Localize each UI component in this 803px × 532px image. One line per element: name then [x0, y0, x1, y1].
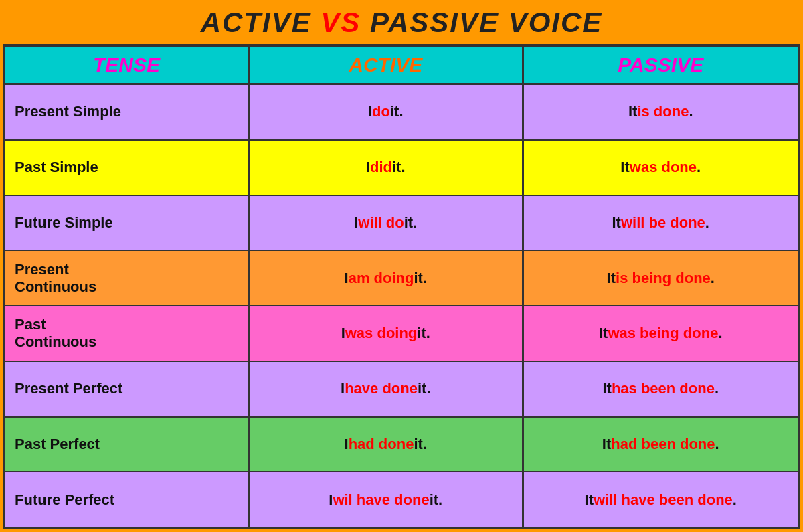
cell-tense-3: PresentContinuous: [5, 251, 250, 305]
title-bar: ACTIVE VS PASSIVE VOICE: [0, 0, 803, 44]
cell-active-0: I do it.: [250, 85, 524, 139]
cell-tense-2: Future Simple: [5, 196, 250, 250]
cell-passive-7: It will have been done.: [524, 472, 798, 527]
cell-tense-7: Future Perfect: [5, 472, 250, 527]
cell-active-1: I did it.: [250, 141, 524, 195]
cell-active-4: I was doing it.: [250, 306, 524, 361]
table-body: Present Simple I do it. It is done. Past…: [5, 85, 798, 527]
cell-passive-6: It had been done.: [524, 418, 798, 472]
title-part2: PASSIVE VOICE: [361, 7, 602, 38]
table-row: Future Simple I will do it. It will be d…: [5, 196, 798, 252]
title-part1: ACTIVE: [201, 7, 321, 38]
header-tense: TENSE: [5, 47, 250, 83]
table-row: Future Perfect I wil have done it. It wi…: [5, 472, 798, 527]
table-row: PresentContinuous I am doing it. It is b…: [5, 251, 798, 306]
page-title: ACTIVE VS PASSIVE VOICE: [0, 7, 803, 39]
table-row: PastContinuous I was doing it. It was be…: [5, 306, 798, 362]
cell-tense-0: Present Simple: [5, 85, 250, 139]
cell-active-3: I am doing it.: [250, 251, 524, 305]
table-row: Past Simple I did it. It was done.: [5, 141, 798, 196]
header-active: ACTIVE: [250, 47, 524, 83]
page-wrapper: ACTIVE VS PASSIVE VOICE TENSE ACTIVE PAS…: [0, 0, 803, 532]
cell-active-7: I wil have done it.: [250, 472, 524, 527]
table-row: Present Simple I do it. It is done.: [5, 85, 798, 141]
table-row: Present Perfect I have done it. It has b…: [5, 362, 798, 418]
cell-passive-4: It was being done.: [524, 306, 798, 361]
cell-passive-5: It has been done.: [524, 362, 798, 416]
cell-passive-3: It is being done.: [524, 251, 798, 305]
cell-active-5: I have done it.: [250, 362, 524, 416]
cell-tense-4: PastContinuous: [5, 306, 250, 361]
cell-tense-5: Present Perfect: [5, 362, 250, 416]
cell-active-6: I had done it.: [250, 418, 524, 472]
cell-tense-6: Past Perfect: [5, 418, 250, 472]
cell-passive-1: It was done.: [524, 141, 798, 195]
title-vs: VS: [321, 7, 361, 38]
cell-passive-2: It will be done.: [524, 196, 798, 250]
main-table: TENSE ACTIVE PASSIVE Present Simple I do…: [3, 44, 800, 529]
cell-tense-1: Past Simple: [5, 141, 250, 195]
cell-passive-0: It is done.: [524, 85, 798, 139]
header-passive: PASSIVE: [524, 47, 798, 83]
table-row: Past Perfect I had done it. It had been …: [5, 418, 798, 473]
cell-active-2: I will do it.: [250, 196, 524, 250]
table-header: TENSE ACTIVE PASSIVE: [5, 47, 798, 85]
